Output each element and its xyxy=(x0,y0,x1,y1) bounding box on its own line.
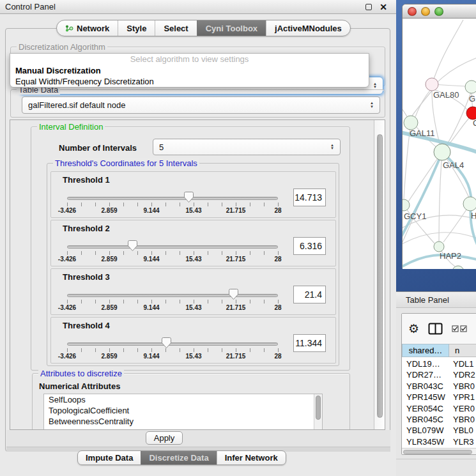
slider-track[interactable] xyxy=(67,294,278,297)
slider-track[interactable] xyxy=(67,342,278,346)
float-window-icon[interactable] xyxy=(365,4,372,10)
tab-style[interactable]: Style xyxy=(118,20,155,36)
slider-tick-labels: -3.4262.8599.14415.4321.71528 xyxy=(67,304,278,312)
attributes-scrollbar[interactable] xyxy=(314,394,322,430)
close-window-button[interactable] xyxy=(408,7,417,16)
zoom-window-button[interactable] xyxy=(434,7,443,16)
checkbox-icon xyxy=(460,325,467,332)
table-row[interactable]: YBR045CYBR0 xyxy=(402,414,476,425)
gear-icon[interactable]: ⚙ xyxy=(408,323,419,335)
table-data-combobox[interactable]: galFiltered.sif default node ▲▼ xyxy=(22,96,380,114)
minimize-window-button[interactable] xyxy=(421,7,430,16)
network-canvas[interactable]: GAL80GCGAL11GAL4GCY1HHAP2 xyxy=(403,19,476,269)
table-cell[interactable]: YER0 xyxy=(449,403,476,414)
table-horizontal-scrollbar[interactable] xyxy=(402,448,476,455)
table-cell[interactable]: YPR145W xyxy=(402,392,449,403)
number-of-intervals-combobox[interactable]: 5 ▲▼ xyxy=(153,139,341,155)
threshold-list: Threshold 1 -3.4262.8599.14415.4321.7152… xyxy=(47,171,340,365)
slider-thumb[interactable] xyxy=(128,240,137,251)
table-row[interactable]: YER054CYER0 xyxy=(402,403,476,414)
tab-infer-network[interactable]: Infer Network xyxy=(217,451,286,464)
slider-track[interactable] xyxy=(67,197,278,200)
table-cell[interactable]: YDR2 xyxy=(449,369,476,380)
numerical-attributes-list[interactable]: SelfLoopsTopologicalCoefficientBetweenne… xyxy=(43,394,323,430)
column-header-name[interactable]: n xyxy=(449,344,476,357)
apply-button[interactable]: Apply xyxy=(146,431,183,445)
threshold-value-field[interactable]: 11.344 xyxy=(293,334,326,352)
scrollbar-thumb[interactable] xyxy=(377,134,383,418)
threshold-slider[interactable]: -3.4262.8599.14415.4321.71528 xyxy=(67,190,278,215)
algorithm-option-equal-width[interactable]: Equal Width/Frequency Discretization xyxy=(10,76,369,87)
tab-discretize-data-label: Discretize Data xyxy=(149,453,208,463)
tab-cyni-toolbox[interactable]: Cyni Toolbox xyxy=(197,20,266,36)
table-row[interactable]: YDR27…YDR2 xyxy=(402,369,476,380)
table-cell[interactable]: YDL19… xyxy=(402,358,449,369)
slider-thumb[interactable] xyxy=(184,192,194,203)
table-row[interactable]: YBL079WYBL0 xyxy=(402,425,476,436)
table-cell[interactable]: YDR27… xyxy=(402,369,449,380)
slider-thumb[interactable] xyxy=(229,289,238,300)
table-cell[interactable]: YBR043C xyxy=(402,381,449,392)
network-node-label: H xyxy=(471,211,476,220)
axis-tick-label: 2.859 xyxy=(101,304,117,311)
close-icon[interactable]: ✕ xyxy=(380,3,387,12)
panel-scrollbar[interactable] xyxy=(374,120,385,429)
slider-thumb[interactable] xyxy=(162,337,171,348)
threshold-panel: Threshold 4 -3.4262.8599.14415.4321.7152… xyxy=(50,317,336,364)
network-graph[interactable]: GAL80GCGAL11GAL4GCY1HHAP2 xyxy=(403,19,476,269)
attributes-group: Attributes to discretize Numerical Attri… xyxy=(32,373,350,430)
axis-tick-label: -3.426 xyxy=(58,304,76,311)
axis-tick-label: 15.43 xyxy=(185,256,201,263)
table-row[interactable]: YLR345WYLR3 xyxy=(402,436,476,447)
table-body[interactable]: YDL19…YDL1YDR27…YDR2YBR043CYBR0YPR145WYP… xyxy=(402,358,476,450)
select-checkboxes-icon[interactable] xyxy=(452,325,467,332)
slider-track[interactable] xyxy=(67,245,278,249)
table-cell[interactable]: YPR1 xyxy=(449,392,476,403)
tab-impute-data[interactable]: Impute Data xyxy=(78,451,141,464)
scrollbar-thumb[interactable] xyxy=(316,395,321,420)
table-cell[interactable]: YBR0 xyxy=(449,381,476,392)
network-node-label: G xyxy=(469,94,475,104)
table-cell[interactable]: YLR3 xyxy=(449,436,476,447)
table-cell[interactable]: YLR345W xyxy=(402,436,449,447)
axis-tick-label: 9.144 xyxy=(143,304,159,311)
table-cell[interactable]: YBR045C xyxy=(402,414,449,425)
table-data-group: Table Data galFiltered.sif default node … xyxy=(10,89,385,118)
table-cell[interactable]: YBR0 xyxy=(449,414,476,425)
network-node[interactable] xyxy=(434,242,444,252)
interval-definition-group: Interval Definition Number of Intervals … xyxy=(31,127,350,371)
table-row[interactable]: YDL19…YDL1 xyxy=(402,358,476,369)
network-node[interactable] xyxy=(463,197,476,211)
threshold-slider[interactable]: -3.4262.8599.14415.4321.71528 xyxy=(67,287,278,312)
table-cell[interactable]: YDL1 xyxy=(449,358,476,369)
tab-jactivemnodules[interactable]: jActiveMNodules xyxy=(266,20,350,36)
network-node[interactable] xyxy=(426,78,438,91)
tab-network[interactable]: Network xyxy=(57,20,118,36)
threshold-value-field[interactable]: 21.4 xyxy=(293,286,326,303)
table-cell[interactable]: YBL079W xyxy=(402,425,449,436)
scrollbar-thumb[interactable] xyxy=(403,450,472,454)
table-row[interactable]: YBR043CYBR0 xyxy=(402,381,476,392)
network-node[interactable] xyxy=(434,144,450,160)
threshold-value-field[interactable]: 6.316 xyxy=(293,237,326,255)
attribute-list-item[interactable]: BetweennessCentrality xyxy=(44,416,322,427)
table-row[interactable]: YPR145WYPR1 xyxy=(402,392,476,403)
table-cell[interactable]: YBL0 xyxy=(449,425,476,436)
table-panel-titlebar: Table Panel xyxy=(396,291,476,308)
tab-discretize-data[interactable]: Discretize Data xyxy=(141,451,216,464)
algorithm-option-manual[interactable]: Manual Discretization xyxy=(10,65,369,76)
attribute-list-item[interactable]: TopologicalCoefficient xyxy=(44,405,322,416)
attribute-list-item[interactable]: SelfLoops xyxy=(44,394,322,405)
tab-select[interactable]: Select xyxy=(155,20,196,36)
network-node[interactable] xyxy=(465,81,476,93)
split-columns-icon[interactable] xyxy=(428,323,443,335)
slider-tick-labels: -3.4262.8599.14415.4321.71528 xyxy=(67,256,278,263)
threshold-slider[interactable]: -3.4262.8599.14415.4321.71528 xyxy=(67,238,278,264)
network-node[interactable] xyxy=(404,116,418,130)
network-node[interactable] xyxy=(466,107,476,119)
threshold-value-field[interactable]: 14.713 xyxy=(293,188,326,206)
table-cell[interactable]: YER054C xyxy=(402,403,449,414)
column-header-shared-name[interactable]: shared… xyxy=(402,344,449,357)
threshold-slider[interactable]: -3.4262.8599.14415.4321.71528 xyxy=(67,335,278,361)
algorithm-hint-option[interactable]: Select algorithm to view settings xyxy=(10,54,369,65)
